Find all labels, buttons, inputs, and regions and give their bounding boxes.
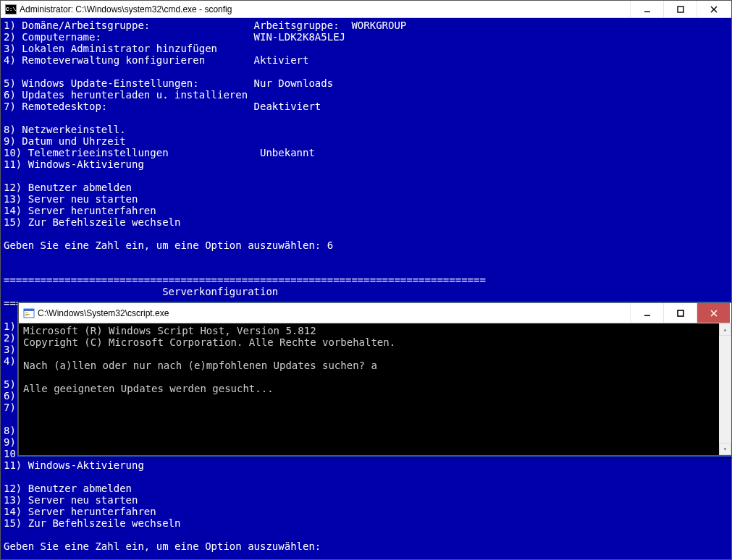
close-button[interactable] (697, 1, 730, 17)
scroll-track[interactable] (719, 336, 731, 443)
svg-rect-8 (25, 315, 28, 316)
svg-rect-7 (25, 314, 30, 315)
svg-rect-10 (678, 310, 683, 316)
close-button[interactable] (697, 303, 730, 323)
svg-rect-6 (25, 313, 28, 313)
cscript-window-controls (630, 303, 730, 323)
maximize-button[interactable] (663, 303, 697, 323)
cscript-body: Microsoft (R) Windows Script Host, Versi… (19, 323, 731, 455)
cscript-title: C:\Windows\System32\cscript.exe (38, 308, 630, 318)
minimize-button[interactable] (630, 303, 663, 323)
vertical-scrollbar[interactable]: ▴ ▾ (719, 323, 731, 455)
svg-rect-1 (678, 7, 683, 12)
cscript-icon (23, 307, 35, 319)
maximize-button[interactable] (663, 1, 697, 17)
cmd-icon: C:\ (5, 4, 17, 15)
minimize-button[interactable] (630, 1, 663, 17)
cmd-window: C:\ Administrator: C:\Windows\system32\c… (0, 0, 732, 560)
cmd-console-output[interactable]: 1) Domäne/Arbeitsgruppe: Arbeitsgruppe: … (1, 18, 731, 559)
cmd-window-controls (630, 1, 730, 17)
scroll-down-button[interactable]: ▾ (719, 443, 731, 455)
cscript-window: C:\Windows\System32\cscript.exe Microsof… (18, 302, 732, 456)
cmd-titlebar[interactable]: C:\ Administrator: C:\Windows\system32\c… (1, 1, 731, 18)
cscript-console-output[interactable]: Microsoft (R) Windows Script Host, Versi… (19, 323, 719, 455)
svg-rect-5 (24, 309, 34, 311)
cscript-titlebar[interactable]: C:\Windows\System32\cscript.exe (19, 303, 731, 323)
cmd-title: Administrator: C:\Windows\system32\cmd.e… (20, 4, 630, 14)
scroll-up-button[interactable]: ▴ (719, 323, 731, 336)
